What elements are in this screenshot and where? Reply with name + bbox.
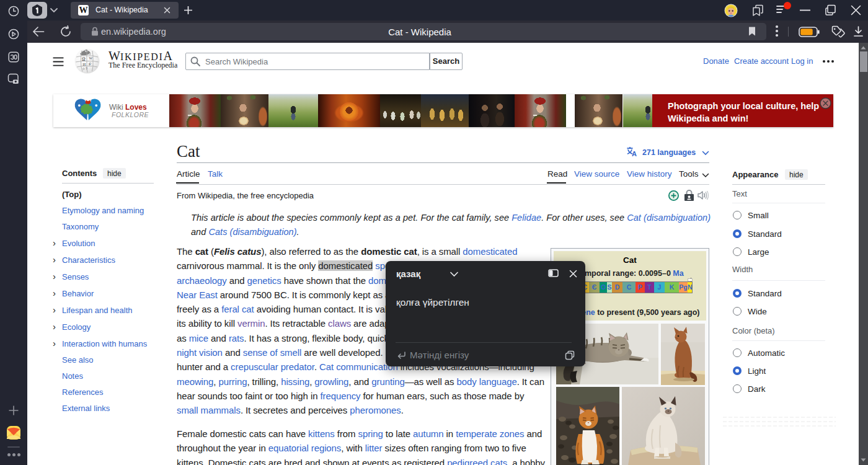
svg-text:И: И bbox=[83, 62, 86, 66]
svg-text:ạ: ạ bbox=[89, 62, 91, 66]
svg-text:Ω: Ω bbox=[82, 56, 86, 62]
svg-text:W: W bbox=[89, 56, 93, 60]
svg-text:7: 7 bbox=[86, 67, 87, 71]
svg-text:A: A bbox=[632, 150, 637, 157]
